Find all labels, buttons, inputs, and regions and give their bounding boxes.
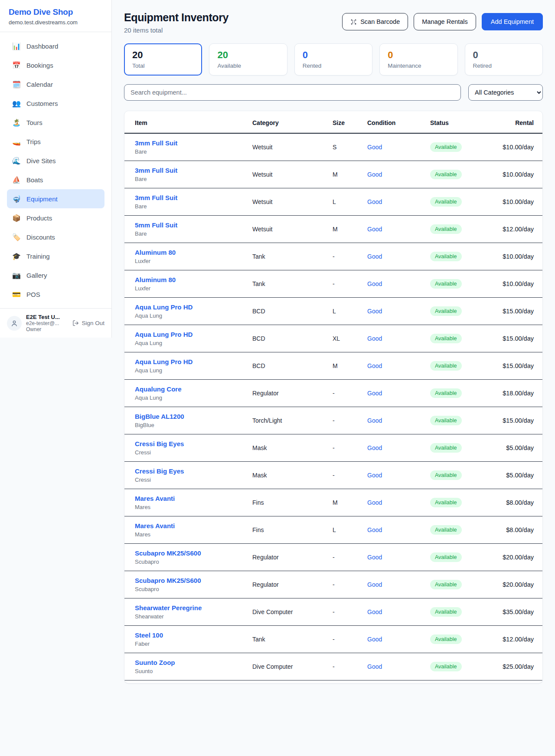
sidebar-item-tours[interactable]: 🏝️Tours — [7, 113, 104, 132]
sidebar-item-discounts[interactable]: 🏷️Discounts — [7, 227, 104, 247]
avatar — [7, 316, 22, 331]
rental-price: $10.00/day — [500, 270, 542, 298]
table-header-row: ItemCategorySizeConditionStatusRental — [124, 111, 542, 133]
customers-icon: 👥 — [12, 99, 21, 108]
sidebar-item-trips[interactable]: 🚤Trips — [7, 132, 104, 151]
stat-value: 0 — [388, 49, 449, 61]
stat-card-retired[interactable]: 0Retired — [465, 43, 543, 76]
sidebar-item-dive-sites[interactable]: 🌊Dive Sites — [7, 151, 104, 170]
condition-link[interactable]: Good — [367, 417, 382, 424]
gallery-icon: 📷 — [12, 271, 21, 279]
stat-card-total[interactable]: 20Total — [124, 43, 202, 76]
item-category: Mask — [252, 434, 333, 462]
condition-link[interactable]: Good — [367, 581, 382, 588]
item-name-link[interactable]: Cressi Big Eyes — [135, 467, 252, 475]
item-name-link[interactable]: Aluminum 80 — [135, 249, 252, 256]
item-name-link[interactable]: Aluminum 80 — [135, 276, 252, 283]
sidebar-item-bookings[interactable]: 📅Bookings — [7, 56, 104, 75]
condition-link[interactable]: Good — [367, 608, 382, 615]
condition-link[interactable]: Good — [367, 171, 382, 178]
rental-price: $12.00/day — [500, 216, 542, 243]
item-name-link[interactable]: Steel 100 — [135, 631, 252, 639]
condition-link[interactable]: Good — [367, 144, 382, 151]
condition-link[interactable]: Good — [367, 636, 382, 643]
item-size: - — [333, 407, 367, 434]
sidebar-item-training[interactable]: 🎓Training — [7, 247, 104, 266]
item-name-link[interactable]: Suunto Zoop — [135, 659, 252, 666]
item-name-link[interactable]: Shearwater Peregrine — [135, 604, 252, 611]
condition-link[interactable]: Good — [367, 280, 382, 287]
condition-link[interactable]: Good — [367, 226, 382, 233]
sidebar-item-boats[interactable]: ⛵Boats — [7, 170, 104, 189]
item-size: - — [333, 571, 367, 598]
add-equipment-button[interactable]: Add Equipment — [482, 13, 543, 30]
item-name-link[interactable]: Aqualung Core — [135, 385, 252, 393]
scan-barcode-button[interactable]: Scan Barcode — [342, 13, 408, 30]
sidebar-item-gallery[interactable]: 📷Gallery — [7, 266, 104, 285]
search-input[interactable] — [124, 84, 461, 101]
status-badge: Available — [430, 498, 462, 507]
sidebar-item-dashboard[interactable]: 📊Dashboard — [7, 36, 104, 56]
condition-link[interactable]: Good — [367, 444, 382, 451]
condition-link[interactable]: Good — [367, 308, 382, 315]
category-filter-select[interactable]: All Categories — [468, 84, 543, 101]
item-brand: Suunto — [135, 668, 252, 674]
item-brand: Aqua Lung — [135, 312, 252, 319]
item-name-link[interactable]: Aqua Lung Pro HD — [135, 331, 252, 338]
item-size: - — [333, 270, 367, 298]
item-name-link[interactable]: 3mm Full Suit — [135, 139, 252, 147]
sidebar-item-customers[interactable]: 👥Customers — [7, 94, 104, 113]
status-badge: Available — [430, 142, 462, 152]
sidebar-item-equipment[interactable]: 🤿Equipment — [7, 189, 104, 208]
item-name-link[interactable]: Cressi Big Eyes — [135, 440, 252, 447]
item-name-link[interactable]: BigBlue AL1200 — [135, 413, 252, 420]
item-brand: Aqua Lung — [135, 367, 252, 374]
item-name-link[interactable]: Mares Avanti — [135, 495, 252, 502]
rental-price: $8.00/day — [500, 489, 542, 516]
table-row: Shearwater PeregrineShearwaterDive Compu… — [124, 598, 542, 626]
manage-rentals-button[interactable]: Manage Rentals — [414, 13, 476, 30]
condition-link[interactable]: Good — [367, 472, 382, 479]
item-name-link[interactable]: 3mm Full Suit — [135, 194, 252, 201]
sign-out-button[interactable]: Sign Out — [72, 320, 104, 326]
status-badge: Available — [430, 525, 462, 535]
condition-link[interactable]: Good — [367, 390, 382, 397]
condition-link[interactable]: Good — [367, 362, 382, 369]
item-name-link[interactable]: Aqua Lung Pro HD — [135, 358, 252, 365]
sidebar-item-pos[interactable]: 💳POS — [7, 285, 104, 304]
sidebar-item-products[interactable]: 📦Products — [7, 208, 104, 227]
condition-link[interactable]: Good — [367, 198, 382, 205]
table-row: Aqua Lung Pro HDAqua LungBCDXLGoodAvaila… — [124, 325, 542, 352]
column-header-rental: Rental — [500, 111, 542, 133]
sidebar-item-label: Customers — [26, 100, 58, 107]
sidebar-item-calendar[interactable]: 🗓️Calendar — [7, 75, 104, 94]
item-size: - — [333, 598, 367, 626]
user-email: e2e-tester@... — [26, 320, 68, 326]
condition-link[interactable]: Good — [367, 335, 382, 342]
stat-card-maintenance[interactable]: 0Maintenance — [379, 43, 457, 76]
condition-link[interactable]: Good — [367, 554, 382, 561]
condition-link[interactable]: Good — [367, 526, 382, 533]
condition-link[interactable]: Good — [367, 253, 382, 260]
stat-card-available[interactable]: 20Available — [209, 43, 287, 76]
condition-link[interactable]: Good — [367, 663, 382, 670]
item-brand: Scubapro — [135, 586, 252, 592]
sidebar-item-label: Boats — [26, 176, 43, 184]
user-role: Owner — [26, 326, 68, 332]
item-category: Dive Computer — [252, 653, 333, 680]
condition-link[interactable]: Good — [367, 499, 382, 506]
item-name-link[interactable]: 5mm Full Suit — [135, 221, 252, 229]
item-name-link[interactable]: Mares Avanti — [135, 522, 252, 529]
item-name-link[interactable]: Aqua Lung Pro HD — [135, 303, 252, 311]
status-badge: Available — [430, 306, 462, 316]
table-row: BigBlue AL1200BigBlueTorch/Light-GoodAva… — [124, 407, 542, 434]
item-brand: Luxfer — [135, 285, 252, 292]
status-badge: Available — [430, 580, 462, 589]
item-name-link[interactable]: Scubapro MK25/S600 — [135, 577, 252, 584]
item-size: M — [333, 352, 367, 380]
item-name-link[interactable]: 3mm Full Suit — [135, 167, 252, 174]
sidebar-item-label: Training — [26, 253, 50, 260]
item-name-link[interactable]: Scubapro MK25/S600 — [135, 549, 252, 557]
table-row: 3mm Full SuitBareWetsuitMGoodAvailable$1… — [124, 161, 542, 188]
stat-card-rented[interactable]: 0Rented — [294, 43, 372, 76]
